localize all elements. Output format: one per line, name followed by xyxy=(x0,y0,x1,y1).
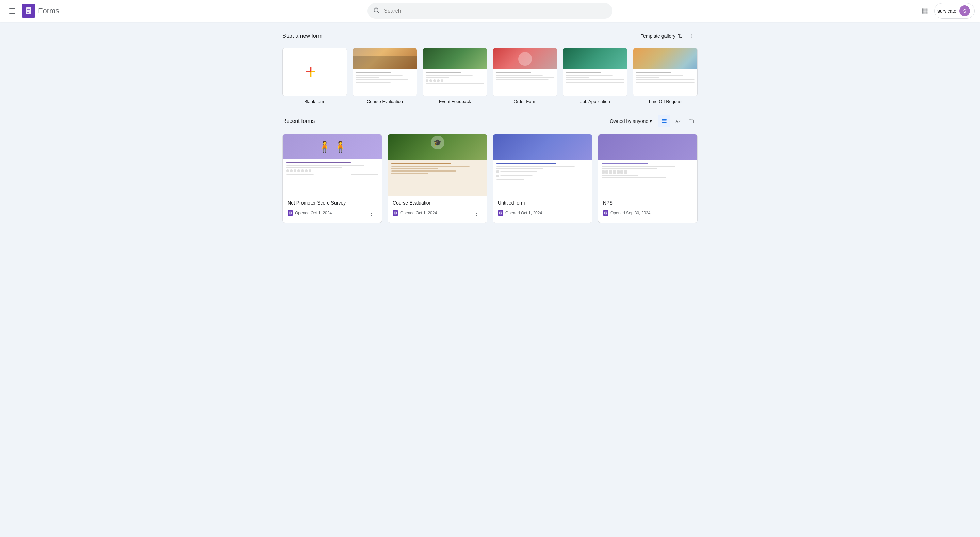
event-line-3 xyxy=(426,77,449,78)
figure-2: 🧍 xyxy=(334,140,347,153)
dropdown-arrow-icon: ▾ xyxy=(649,118,652,124)
svg-rect-10 xyxy=(924,10,925,11)
new-form-title: Start a new form xyxy=(282,33,322,39)
event-thumb-header xyxy=(423,48,487,69)
header-right: survicate S xyxy=(907,3,975,19)
list-view-button[interactable] xyxy=(658,115,670,127)
event-line-4 xyxy=(426,83,484,84)
figure-1: 🧍 xyxy=(318,140,331,153)
nps-survey-title: Net Promoter Score Survey xyxy=(288,200,377,206)
recent-card-untitled[interactable]: Untitled form Opened Oct 1, 2024 xyxy=(493,134,592,223)
course-line-1 xyxy=(356,72,391,73)
view-controls: AZ xyxy=(658,115,698,127)
nps-form-line-3 xyxy=(601,175,638,176)
nps-form-title-line xyxy=(601,163,648,164)
order-line-3 xyxy=(496,77,554,78)
nps-header xyxy=(598,134,697,160)
svg-rect-14 xyxy=(926,12,927,13)
untitled-check-row-2 xyxy=(496,175,589,177)
svg-point-15 xyxy=(691,34,692,35)
search-input[interactable] xyxy=(384,8,607,14)
form-icon-nps xyxy=(603,210,608,216)
template-course-label: Course Evaluation xyxy=(353,99,417,104)
course-thumb-inner xyxy=(353,48,417,96)
timeoff-line-4 xyxy=(636,79,695,80)
nps-survey-thumbnail: 🧍 🧍 xyxy=(283,134,382,196)
event-line-2 xyxy=(426,75,473,76)
plus-icon xyxy=(305,62,324,81)
svg-rect-8 xyxy=(926,8,927,10)
untitled-footer: Untitled form Opened Oct 1, 2024 xyxy=(493,196,592,223)
timeoff-line-3 xyxy=(636,77,659,78)
nps-survey-more-button[interactable]: ⋮ xyxy=(366,207,377,218)
template-timeoff[interactable]: Time Off Request xyxy=(633,48,698,104)
more-options-button[interactable] xyxy=(685,30,698,42)
svg-rect-19 xyxy=(662,121,667,121)
account-button[interactable]: survicate S xyxy=(934,3,975,19)
nps-figures: 🧍 🧍 xyxy=(318,140,347,153)
course-eval-footer: Course Evaluation Opened Oct 1, 2024 xyxy=(388,196,487,223)
nps-line-3 xyxy=(286,174,314,175)
template-event-label: Event Feedback xyxy=(423,99,487,104)
sort-button[interactable]: AZ xyxy=(672,115,684,127)
untitled-opened: Opened Oct 1, 2024 xyxy=(505,210,542,215)
course-line-3 xyxy=(356,77,379,78)
order-thumb-header xyxy=(493,48,557,69)
template-blank[interactable]: Blank form xyxy=(282,48,347,104)
folder-button[interactable] xyxy=(685,115,698,127)
svg-line-5 xyxy=(378,11,379,13)
job-thumb-header xyxy=(563,48,627,69)
untitled-line-1 xyxy=(496,166,575,167)
template-course[interactable]: Course Evaluation xyxy=(353,48,417,104)
course-thumb-overlay xyxy=(353,56,417,69)
timeoff-line-2 xyxy=(636,75,683,76)
nps-survey-footer: Net Promoter Score Survey Opened Oct 1, … xyxy=(283,196,382,223)
job-line-1 xyxy=(566,72,601,73)
recent-card-nps-survey[interactable]: 🧍 🧍 xyxy=(282,134,382,223)
template-gallery-button[interactable]: Template gallery ⇅ xyxy=(641,32,682,40)
nps-meta: Opened Sep 30, 2024 ⋮ xyxy=(603,207,692,218)
nps-more-button[interactable]: ⋮ xyxy=(682,207,692,218)
nps-body xyxy=(598,160,697,195)
app-title: Forms xyxy=(38,6,59,15)
hamburger-menu-button[interactable] xyxy=(5,4,19,18)
svg-rect-7 xyxy=(924,8,925,10)
job-line-2 xyxy=(566,75,613,76)
nps-form-line-1 xyxy=(601,166,675,167)
template-order-label: Order Form xyxy=(493,99,557,104)
svg-text:AZ: AZ xyxy=(675,119,681,124)
nps-survey-header: 🧍 🧍 xyxy=(283,134,382,159)
order-line-4 xyxy=(496,79,549,80)
course-eval-more-button[interactable]: ⋮ xyxy=(471,207,482,218)
form-icon-untitled xyxy=(498,210,503,216)
nps-survey-body xyxy=(283,159,382,196)
template-gallery-label: Template gallery xyxy=(641,33,675,39)
owned-by-button[interactable]: Owned by anyone ▾ xyxy=(606,116,655,126)
template-timeoff-label: Time Off Request xyxy=(633,99,698,104)
event-radio-row xyxy=(426,79,484,82)
template-order[interactable]: Order Form xyxy=(493,48,557,104)
course-eval-header: 🎓 xyxy=(388,134,487,160)
course-eval-title-line xyxy=(391,163,451,164)
untitled-more-button[interactable]: ⋮ xyxy=(576,207,587,218)
account-name: survicate xyxy=(937,8,956,14)
nps-date: Opened Sep 30, 2024 xyxy=(603,210,650,216)
nps-line-2 xyxy=(286,167,342,168)
svg-rect-20 xyxy=(662,122,667,123)
search-bar[interactable] xyxy=(368,3,612,19)
recent-card-course-eval[interactable]: 🎓 Course Evaluation xyxy=(388,134,487,223)
event-thumb-content xyxy=(423,69,487,96)
apps-grid-button[interactable] xyxy=(918,4,932,18)
svg-rect-12 xyxy=(922,12,923,13)
course-line-5 xyxy=(356,82,391,83)
search-container xyxy=(368,3,612,19)
event-line-1 xyxy=(426,72,461,73)
template-job[interactable]: Job Application xyxy=(563,48,627,104)
template-event[interactable]: Event Feedback xyxy=(423,48,487,104)
graduation-cap-icon: 🎓 xyxy=(433,139,442,147)
order-thumb-inner xyxy=(493,48,557,96)
svg-rect-13 xyxy=(924,12,925,13)
recent-card-nps[interactable]: NPS Opened Sep 30, 2024 xyxy=(598,134,698,223)
owned-by-label: Owned by anyone xyxy=(610,118,648,124)
search-icon xyxy=(373,7,380,15)
